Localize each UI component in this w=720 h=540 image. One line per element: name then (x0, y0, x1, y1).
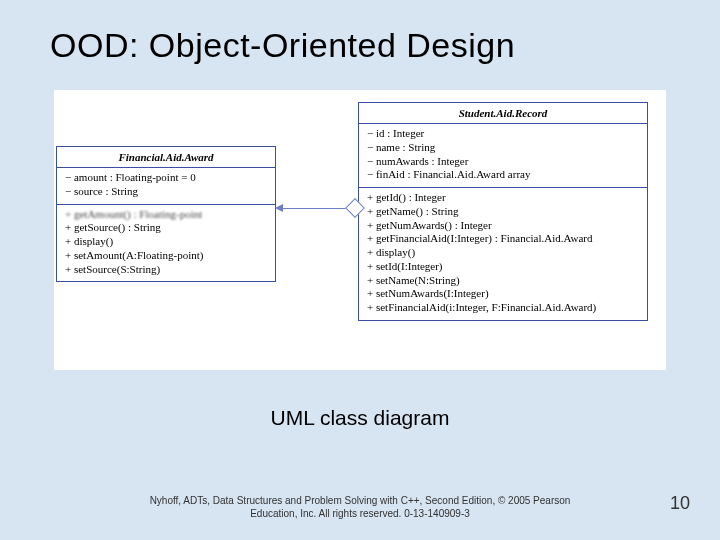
class-name: Financial.Aid.Award (57, 147, 275, 167)
attribute: − amount : Floating-point = 0 (65, 171, 267, 185)
operation: + getNumAwards() : Integer (367, 219, 639, 233)
operation: + display() (65, 235, 267, 249)
footer-line-1: Nyhoff, ADTs, Data Structures and Proble… (150, 495, 571, 506)
diagram-caption: UML class diagram (0, 406, 720, 430)
operation: + setAmount(A:Floating-point) (65, 249, 267, 263)
operation: + getSource() : String (65, 221, 267, 235)
operation: + getId() : Integer (367, 191, 639, 205)
attribute: − finAid : Financial.Aid.Award array (367, 168, 639, 182)
arrowhead-icon (275, 204, 283, 212)
operation: + setId(I:Integer) (367, 260, 639, 274)
attribute: − id : Integer (367, 127, 639, 141)
diagram-canvas: Financial.Aid.Award − amount : Floating-… (54, 90, 666, 370)
footer-line-2: Education, Inc. All rights reserved. 0-1… (250, 508, 470, 519)
attributes-section: − id : Integer − name : String − numAwar… (359, 123, 647, 187)
operation: + getFinancialAid(I:Integer) : Financial… (367, 232, 639, 246)
copyright-footer: Nyhoff, ADTs, Data Structures and Proble… (0, 495, 720, 520)
attributes-section: − amount : Floating-point = 0 − source :… (57, 167, 275, 204)
attribute: − numAwards : Integer (367, 155, 639, 169)
page-number: 10 (670, 493, 690, 514)
operation: + getName() : String (367, 205, 639, 219)
aggregation-line (279, 208, 351, 209)
operation: + setSource(S:String) (65, 263, 267, 277)
slide-title: OOD: Object-Oriented Design (50, 26, 515, 65)
operation: + setFinancialAid(i:Integer, F:Financial… (367, 301, 639, 315)
operations-section: + getAmount() : Floating-point + getSour… (57, 204, 275, 282)
attribute: − name : String (367, 141, 639, 155)
operation: + display() (367, 246, 639, 260)
class-student-aid-record: Student.Aid.Record − id : Integer − name… (358, 102, 648, 321)
operation: + getAmount() : Floating-point (65, 208, 267, 222)
operation: + setName(N:String) (367, 274, 639, 288)
operations-section: + getId() : Integer + getName() : String… (359, 187, 647, 320)
attribute: − source : String (65, 185, 267, 199)
class-financial-aid-award: Financial.Aid.Award − amount : Floating-… (56, 146, 276, 282)
class-name: Student.Aid.Record (359, 103, 647, 123)
operation: + setNumAwards(I:Integer) (367, 287, 639, 301)
